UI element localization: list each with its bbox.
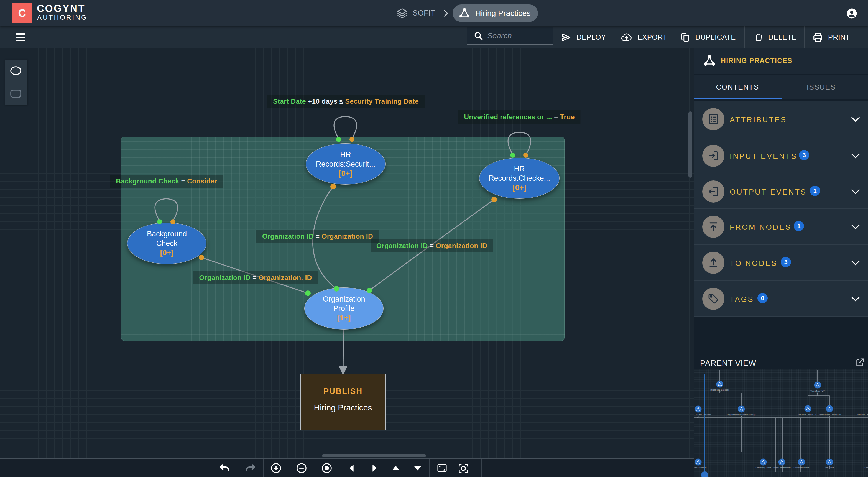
- svg-text:Wage Garnishments: Wage Garnishments: [773, 467, 791, 469]
- svg-text:ThreatType--Sabotage: ThreatType--Sabotage: [710, 389, 730, 391]
- svg-text:Disciplinary Action: Disciplinary Action: [794, 467, 809, 469]
- svg-text:Rec: Rec: [865, 467, 868, 469]
- svg-text:Restraining Order: Restraining Order: [755, 467, 771, 469]
- svg-text:Individual Fa: Individual Fa: [857, 414, 868, 416]
- svg-text:listed Webmail: listed Webmail: [694, 467, 707, 469]
- svg-text:Job Status: Job Status: [825, 467, 834, 469]
- svg-text:ThreatType--UIT: ThreatType--UIT: [810, 390, 825, 392]
- svg-text:Organizational Factors-UIT: Organizational Factors-UIT: [818, 414, 841, 416]
- svg-text:Factor--Sabotage: Factor--Sabotage: [696, 414, 711, 416]
- svg-text:Organizational Factors-Sabotag: Organizational Factors-Sabotage: [727, 414, 756, 416]
- svg-text:Individual Factors--UIT: Individual Factors--UIT: [798, 414, 818, 416]
